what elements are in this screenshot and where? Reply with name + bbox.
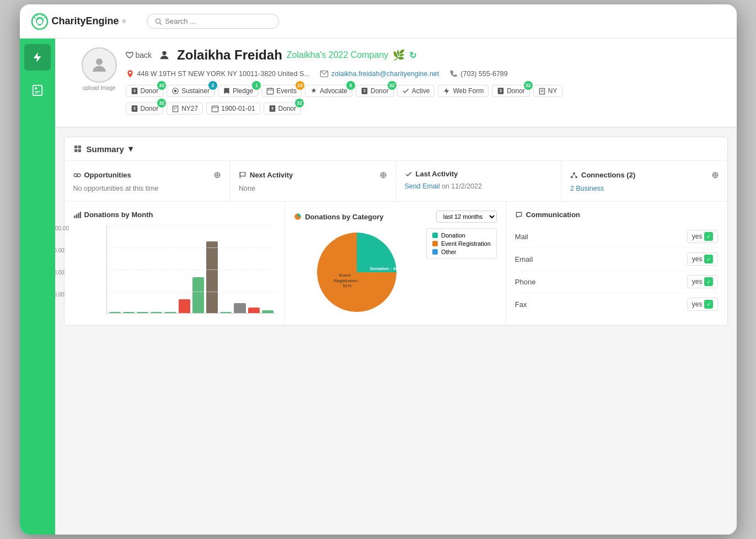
- svg-rect-41: [74, 149, 77, 152]
- next-activity-add-button[interactable]: ⊕: [379, 170, 387, 180]
- svg-rect-53: [74, 215, 75, 218]
- main-layout: upload image back: [20, 39, 737, 535]
- comm-fax: Fax yes ✓: [515, 293, 719, 315]
- communication-title-text: Communication: [526, 211, 580, 219]
- phone-yes-badge[interactable]: yes ✓: [687, 275, 719, 288]
- grid-lines: [107, 225, 276, 314]
- communication-items: Mail yes ✓ Email yes ✓: [515, 225, 719, 315]
- search-input[interactable]: [165, 17, 270, 25]
- sustainer-icon: [171, 87, 179, 95]
- tag-donor-4[interactable]: 32 $ Donor: [126, 103, 164, 115]
- tag-pledge[interactable]: 1 Pledge: [218, 85, 258, 97]
- svg-point-44: [77, 174, 81, 177]
- tag-active[interactable]: Active: [397, 85, 435, 97]
- tag-donor-5[interactable]: 32 $ Donor: [264, 103, 302, 115]
- fax-yes-badge[interactable]: yes ✓: [687, 298, 719, 311]
- tags-row-1: 32 $ Donor 2 Sustainer 1: [126, 85, 710, 103]
- tag-ny[interactable]: NY: [533, 85, 562, 97]
- bar-chart-container: $1,000.00 $750.00 $500.00 $250.00: [73, 225, 276, 314]
- svg-text:Event: Event: [339, 273, 351, 278]
- email-yes-badge[interactable]: yes ✓: [687, 252, 719, 266]
- tag-donor-1[interactable]: 32 $ Donor: [126, 85, 164, 97]
- mail-yes-badge[interactable]: yes ✓: [687, 230, 719, 243]
- tag-webform[interactable]: Web Form: [438, 85, 489, 97]
- svg-text:51%: 51%: [342, 283, 351, 288]
- last-activity-link[interactable]: Send Email: [405, 182, 440, 190]
- email-item: zolaikha.freidah@charityengine.net: [320, 69, 439, 78]
- sidebar-item-lightning[interactable]: [24, 44, 51, 71]
- avatar-upload[interactable]: upload image: [82, 47, 117, 91]
- pie-chart-title: Donations by Category: [294, 213, 383, 221]
- communication-card: Communication Mail yes ✓ Em: [506, 202, 727, 325]
- bar-apr: [151, 312, 162, 313]
- opportunities-empty: No opportunities at this time: [73, 185, 159, 192]
- tag-sustainer[interactable]: 2 Sustainer: [167, 85, 215, 97]
- svg-rect-35: [212, 106, 218, 112]
- donations-by-category-card: Donations by Category last 12 months: [285, 202, 506, 325]
- tag-donor-3[interactable]: 32 $ Donor: [492, 85, 530, 97]
- svg-text:$: $: [271, 106, 274, 111]
- address-text: 448 W 19TH ST NEW YORK NY 10011-3820 Uni…: [137, 70, 310, 78]
- opportunities-add-button[interactable]: ⊕: [213, 170, 221, 180]
- bar-aug: [206, 241, 218, 313]
- sidebar: [20, 39, 55, 535]
- upload-label[interactable]: upload image: [82, 85, 115, 91]
- bar-chart-inner: [106, 225, 276, 314]
- logo-icon: [31, 13, 49, 30]
- dollar-icon-2: $: [361, 87, 368, 95]
- svg-rect-34: [174, 109, 175, 110]
- next-activity-title-text: Next Activity: [250, 171, 293, 179]
- pie-chart-visual: Event Registration : 51% Donation : 48%: [294, 228, 420, 316]
- refresh-icon[interactable]: ↻: [409, 50, 416, 61]
- tag-advocate[interactable]: 8 Advocate: [305, 85, 352, 97]
- svg-point-1: [37, 19, 42, 24]
- profile-top: back Zolaikha Freidah Zolaikha's 2022 Co…: [126, 47, 710, 63]
- email-link[interactable]: zolaikha.freidah@charityengine.net: [331, 70, 439, 78]
- tag-events[interactable]: 10 Events: [261, 85, 302, 97]
- svg-line-52: [574, 174, 576, 176]
- mail-check: ✓: [704, 232, 713, 241]
- svg-line-51: [572, 174, 574, 176]
- connections-icon: [570, 171, 578, 179]
- phone-text: (703) 555-6789: [460, 70, 507, 78]
- avatar: [82, 47, 117, 83]
- calendar-icon-2: [211, 105, 219, 112]
- flag-icon: [239, 171, 246, 179]
- svg-rect-40: [78, 145, 81, 148]
- bar-jun: [179, 299, 190, 313]
- opportunities-title: Opportunities ⊕: [73, 170, 221, 180]
- fax-check: ✓: [704, 300, 713, 309]
- email-icon: [320, 69, 329, 78]
- contact-icon: [31, 84, 44, 96]
- profile-company[interactable]: Zolaikha's 2022 Company: [287, 50, 389, 60]
- next-activity-card: Next Activity ⊕ None: [230, 161, 396, 201]
- back-link[interactable]: back: [126, 51, 152, 60]
- summary-header[interactable]: Summary ▾: [65, 137, 727, 161]
- svg-line-47: [240, 174, 245, 176]
- pie-filter-select[interactable]: last 12 months: [436, 211, 497, 223]
- legend-donation: Donation: [432, 232, 491, 239]
- connections-add-button[interactable]: ⊕: [711, 170, 719, 180]
- sidebar-item-contact[interactable]: [24, 77, 51, 104]
- search-box[interactable]: [147, 14, 279, 29]
- summary-section: Summary ▾ Opportunities: [64, 137, 728, 326]
- tag-donor-2[interactable]: 32 $ Donor: [356, 85, 394, 97]
- bar-oct: [234, 303, 245, 313]
- svg-rect-33: [176, 107, 177, 109]
- svg-point-50: [575, 176, 577, 178]
- summary-dropdown-icon[interactable]: ▾: [128, 144, 133, 154]
- connections-value: 2 Business: [570, 185, 604, 192]
- svg-rect-55: [78, 213, 79, 218]
- bar-chart-title-text: Donations by Month: [84, 211, 153, 219]
- tag-date[interactable]: 1900-01-01: [206, 103, 260, 115]
- pie-chart-title-text: Donations by Category: [305, 213, 383, 221]
- legend: Donation Event Registration Other: [426, 228, 497, 259]
- svg-rect-56: [79, 212, 81, 218]
- bar-feb: [123, 312, 135, 313]
- svg-rect-26: [542, 90, 543, 91]
- connections-title-text: Connections (2): [581, 171, 635, 179]
- phone-icon: [449, 69, 458, 78]
- svg-rect-42: [78, 149, 81, 152]
- pledge-icon: [223, 87, 230, 95]
- tag-ny27[interactable]: NY27: [167, 103, 203, 115]
